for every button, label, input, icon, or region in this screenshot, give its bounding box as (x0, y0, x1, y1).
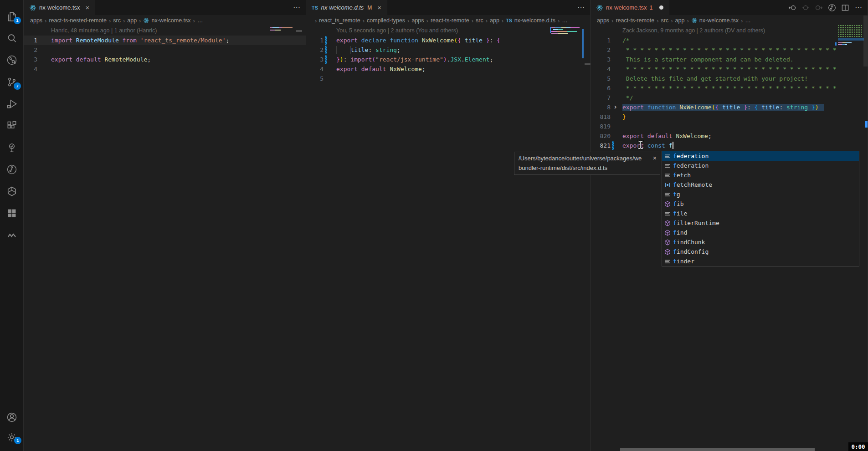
breadcrumb-label: react-ts-remote (431, 17, 469, 24)
token: export (622, 104, 644, 111)
breadcrumb-item[interactable]: app (127, 17, 137, 24)
breadcrumb-item[interactable]: src (476, 17, 483, 24)
activity-item-accounts[interactable] (0, 407, 24, 427)
breadcrumb-label: apps (411, 17, 424, 24)
suggest-item[interactable]: finder (662, 256, 859, 266)
activity-item-source-control[interactable]: 7 (0, 71, 23, 93)
minimap (270, 30, 281, 31)
breadcrumb-item[interactable]: app (675, 17, 685, 24)
suggest-item[interactable]: federation (662, 161, 859, 170)
split-editor-icon (841, 3, 850, 12)
editor-content[interactable]: Hanric, 48 minutes ago | 1 author (Hanri… (24, 26, 306, 74)
code-line[interactable]: 818} (591, 112, 868, 122)
code-line[interactable]: 5 Delete this file and get started with … (591, 74, 868, 83)
minimap (838, 36, 863, 37)
breadcrumb-item[interactable]: src (661, 17, 669, 24)
breadcrumb-item[interactable]: apps (411, 17, 424, 24)
line-number: 1 (310, 36, 324, 45)
activity-item-grid-extension[interactable] (0, 202, 23, 224)
breadcrumb-item[interactable]: react_ts_remote (319, 17, 360, 24)
suggest-item[interactable]: fetchRemote (662, 180, 859, 190)
split-editor[interactable] (841, 3, 850, 12)
navigate-back[interactable] (788, 3, 797, 12)
activity-item-search[interactable] (0, 27, 23, 49)
activity-item-settings[interactable]: 1 (0, 427, 24, 447)
suggest-item[interactable]: federation (662, 151, 859, 161)
breadcrumb-item[interactable]: react-ts-nested-remote (49, 17, 106, 24)
horizontal-scrollbar[interactable] (620, 448, 815, 451)
code-line[interactable]: 820export default NxWelcome; (591, 131, 868, 141)
editor-tab[interactable]: nx-welcome.tsx× (24, 0, 95, 15)
editor-group-2: TSnx-welcome.d.tsM×⋯›react_ts_remote›com… (306, 0, 591, 451)
activity-item-extensions[interactable] (0, 115, 23, 137)
navigate-forward[interactable] (814, 3, 823, 12)
suggest-item[interactable]: file (662, 209, 859, 218)
suggest-item[interactable]: fib (662, 199, 859, 209)
activity-item-explorer[interactable]: 1 (0, 5, 23, 27)
activity-item-hex-extension[interactable] (0, 180, 23, 202)
breadcrumb-item[interactable]: nx-welcome.tsx (691, 17, 739, 24)
breadcrumb-item[interactable]: … (745, 17, 751, 24)
code-line[interactable]: 6 * * * * * * * * * * * * * * * * * * * … (591, 83, 868, 93)
activity-item-test-tree[interactable] (0, 137, 23, 159)
breadcrumb-item[interactable]: apps (30, 17, 42, 24)
code-line[interactable]: 5 (306, 74, 590, 83)
editor-tab[interactable]: TSnx-welcome.d.tsM× (306, 0, 387, 15)
more-actions[interactable]: ⋯ (854, 3, 863, 12)
code-line[interactable]: 3}): import("react/jsx-runtime").JSX.Ele… (306, 55, 590, 64)
code-line[interactable]: 1import RemoteModule from 'react_ts_remo… (24, 36, 306, 45)
commit-graph[interactable] (827, 3, 837, 12)
code-line[interactable]: 1export declare function NxWelcome({ tit… (306, 36, 590, 45)
breadcrumb-item[interactable]: react-ts-remote (616, 17, 654, 24)
more-actions[interactable]: ⋯ (292, 3, 301, 12)
close-icon[interactable]: × (86, 4, 90, 11)
editor-actions: ⋯ (292, 0, 306, 15)
activity-item-commit-graph[interactable] (0, 159, 23, 180)
breadcrumb-item[interactable]: apps (597, 17, 609, 24)
editor-tab[interactable]: nx-welcome.tsx1 (591, 0, 669, 15)
fold-collapsed-icon[interactable]: › (613, 102, 617, 112)
code-line[interactable]: 3export default RemoteModule; (24, 55, 306, 64)
suggest-item[interactable]: find (662, 228, 859, 237)
breadcrumb-item[interactable]: app (490, 17, 499, 24)
code-line[interactable]: 7 */ (591, 93, 868, 102)
breadcrumb-item[interactable]: react-ts-remote (431, 17, 469, 24)
code-line[interactable]: 3 This is a starter component and can be… (591, 55, 868, 64)
activity-item-gitlens[interactable] (0, 49, 23, 71)
suggest-item[interactable]: findConfig (662, 247, 859, 256)
line-number: 3 (594, 55, 611, 64)
editor-content[interactable]: You, 5 seconds ago | 2 authors (You and … (306, 26, 590, 83)
code-line[interactable]: 2 (24, 45, 306, 55)
breadcrumb-item[interactable]: TSnx-welcome.d.ts (506, 17, 555, 24)
editor-actions: ⋯ (788, 0, 868, 15)
minimap[interactable] (551, 27, 580, 28)
code-line[interactable]: 4export default NxWelcome; (306, 64, 590, 74)
close-icon[interactable]: × (377, 4, 381, 11)
breadcrumb-item[interactable]: nx-welcome.tsx (143, 17, 190, 24)
editor-content[interactable]: Zack Jackson, 9 months ago | 2 authors (… (591, 26, 868, 150)
nav-neutral[interactable] (801, 3, 810, 12)
minimap[interactable] (838, 25, 863, 26)
code-line[interactable]: 2 title: string; (306, 45, 590, 55)
suggest-item[interactable]: fg (662, 190, 859, 199)
code-line[interactable]: 2 * * * * * * * * * * * * * * * * * * * … (591, 45, 868, 55)
activity-item-wave-extension[interactable] (0, 224, 23, 246)
code-line[interactable]: 8›export function NxWelcome({ title }: {… (591, 102, 868, 112)
code-line[interactable]: 821export const f (591, 141, 868, 150)
activity-item-run-and-debug[interactable] (0, 93, 23, 115)
close-icon[interactable]: × (653, 154, 657, 163)
more-actions[interactable]: ⋯ (576, 3, 586, 12)
code-line[interactable]: 819 (591, 122, 868, 131)
code-line[interactable]: 4 * * * * * * * * * * * * * * * * * * * … (591, 64, 868, 74)
code-line[interactable]: 1/* (591, 36, 868, 45)
breadcrumb-item[interactable]: … (197, 17, 203, 24)
code-line[interactable]: 4 (24, 64, 306, 74)
minimap-slider[interactable] (863, 15, 868, 67)
breadcrumb-item[interactable]: … (562, 17, 568, 24)
breadcrumb-item[interactable]: src (113, 17, 121, 24)
suggest-item[interactable]: filterRuntime (662, 218, 859, 228)
breadcrumb-item[interactable]: compiled-types (367, 17, 405, 24)
minimap[interactable] (270, 27, 293, 28)
suggest-item[interactable]: fetch (662, 170, 859, 180)
suggest-item[interactable]: findChunk (662, 237, 859, 247)
